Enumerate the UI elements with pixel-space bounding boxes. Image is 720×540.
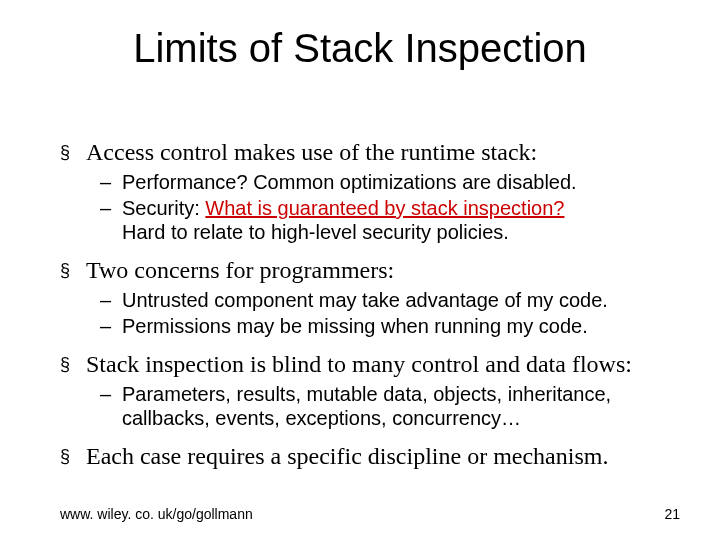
bullet-level2: – Performance? Common optimizations are …: [100, 170, 680, 194]
bullet-level1: § Access control makes use of the runtim…: [60, 138, 680, 166]
bullet-text: Access control makes use of the runtime …: [86, 138, 537, 166]
square-bullet-icon: §: [60, 138, 86, 166]
bullet-level2: – Untrusted component may take advantage…: [100, 288, 680, 312]
bullet-level1: § Stack inspection is blind to many cont…: [60, 350, 680, 378]
slide: Limits of Stack Inspection § Access cont…: [0, 0, 720, 540]
bullet-level2: – Permissions may be missing when runnin…: [100, 314, 680, 338]
footer-url: www. wiley. co. uk/go/gollmann: [60, 506, 253, 522]
square-bullet-icon: §: [60, 442, 86, 470]
bullet-text: Security: What is guaranteed by stack in…: [122, 196, 564, 244]
bullet-text: Performance? Common optimizations are di…: [122, 170, 577, 194]
square-bullet-icon: §: [60, 350, 86, 378]
page-number: 21: [664, 506, 680, 522]
bullet-text: Untrusted component may take advantage o…: [122, 288, 608, 312]
dash-bullet-icon: –: [100, 170, 122, 194]
bullet-text-line2: Hard to relate to high-level security po…: [122, 221, 509, 243]
dash-bullet-icon: –: [100, 288, 122, 312]
slide-title: Limits of Stack Inspection: [0, 26, 720, 71]
bullet-text: Stack inspection is blind to many contro…: [86, 350, 632, 378]
dash-bullet-icon: –: [100, 382, 122, 406]
bullet-text: Each case requires a specific discipline…: [86, 442, 608, 470]
bullet-level1: § Each case requires a specific discipli…: [60, 442, 680, 470]
bullet-text-pre: Security:: [122, 197, 205, 219]
bullet-level2: – Parameters, results, mutable data, obj…: [100, 382, 680, 430]
dash-bullet-icon: –: [100, 314, 122, 338]
bullet-level2: – Security: What is guaranteed by stack …: [100, 196, 680, 244]
slide-content: § Access control makes use of the runtim…: [60, 138, 680, 474]
bullet-text: Parameters, results, mutable data, objec…: [122, 382, 680, 430]
bullet-text: Two concerns for programmers:: [86, 256, 394, 284]
bullet-level1: § Two concerns for programmers:: [60, 256, 680, 284]
dash-bullet-icon: –: [100, 196, 122, 220]
bullet-text: Permissions may be missing when running …: [122, 314, 588, 338]
square-bullet-icon: §: [60, 256, 86, 284]
slide-footer: www. wiley. co. uk/go/gollmann 21: [60, 506, 680, 522]
emphasized-text: What is guaranteed by stack inspection?: [205, 197, 564, 219]
